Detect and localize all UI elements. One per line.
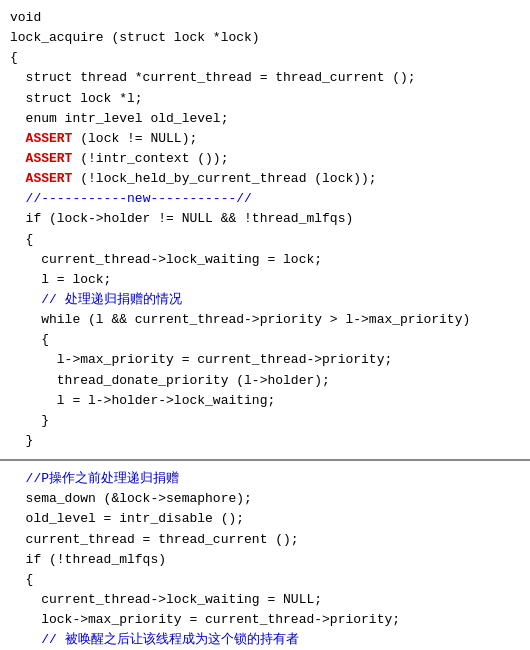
code-text: (lock != NULL); [72, 131, 197, 146]
code-line: lock->max_priority = current_thread->pri… [10, 610, 520, 630]
code-text: old_level = intr_disable (); [10, 511, 244, 526]
code-text: void [10, 10, 41, 25]
code-text: (!lock_held_by_current_thread (lock)); [72, 171, 376, 186]
code-line: old_level = intr_disable (); [10, 509, 520, 529]
code-text: current_thread->lock_waiting = lock; [10, 252, 322, 267]
code-line: { [10, 570, 520, 590]
code-line: enum intr_level old_level; [10, 109, 520, 129]
code-text: enum intr_level old_level; [10, 111, 228, 126]
code-text [10, 131, 26, 146]
code-line: thread_donate_priority (l->holder); [10, 371, 520, 391]
code-block-1: voidlock_acquire (struct lock *lock){ st… [0, 0, 530, 461]
code-line: current_thread->lock_waiting = lock; [10, 250, 520, 270]
code-line: ASSERT (lock != NULL); [10, 129, 520, 149]
code-line: //P操作之前处理递归捐赠 [10, 469, 520, 489]
code-line: sema_down (&lock->semaphore); [10, 489, 520, 509]
keyword-assert: ASSERT [26, 151, 73, 166]
code-text: l = lock; [10, 272, 111, 287]
code-text: struct lock *l; [10, 91, 143, 106]
code-line: } [10, 411, 520, 431]
comment-text [10, 632, 41, 647]
code-text: struct thread *current_thread = thread_c… [10, 70, 416, 85]
code-line: // 被唤醒之后让该线程成为这个锁的持有者 [10, 630, 520, 650]
code-line: while (l && current_thread->priority > l… [10, 310, 520, 330]
code-line: lock_acquire (struct lock *lock) [10, 28, 520, 48]
code-text: (!intr_context ()); [72, 151, 228, 166]
code-line: l = lock; [10, 270, 520, 290]
code-text: l->max_priority = current_thread->priori… [10, 352, 392, 367]
comment-text [10, 191, 26, 206]
code-line: { [10, 330, 520, 350]
code-text: { [10, 332, 49, 347]
code-line: if (lock->holder != NULL && !thread_mlfq… [10, 209, 520, 229]
code-text: } [10, 413, 49, 428]
code-text: } [10, 433, 33, 448]
code-line: if (!thread_mlfqs) [10, 550, 520, 570]
code-text: if (!thread_mlfqs) [10, 552, 166, 567]
code-text: sema_down (&lock->semaphore); [10, 491, 252, 506]
code-text: while (l && current_thread->priority > l… [10, 312, 470, 327]
code-line: { [10, 230, 520, 250]
comment-text [10, 471, 26, 486]
code-line: //-----------new-----------// [10, 189, 520, 209]
code-line: ASSERT (!intr_context ()); [10, 149, 520, 169]
keyword-assert: ASSERT [26, 171, 73, 186]
code-line: current_thread = thread_current (); [10, 530, 520, 550]
code-text: lock->max_priority = current_thread->pri… [10, 612, 400, 627]
code-container: voidlock_acquire (struct lock *lock){ st… [0, 0, 530, 650]
code-text [10, 171, 26, 186]
comment-text: // 被唤醒之后让该线程成为这个锁的持有者 [41, 632, 298, 647]
code-line: // 处理递归捐赠的情况 [10, 290, 520, 310]
code-line: { [10, 48, 520, 68]
code-line: l->max_priority = current_thread->priori… [10, 350, 520, 370]
code-block-2: //P操作之前处理递归捐赠 sema_down (&lock->semaphor… [0, 461, 530, 650]
code-line: struct thread *current_thread = thread_c… [10, 68, 520, 88]
code-text: lock_acquire (struct lock *lock) [10, 30, 260, 45]
code-line: } [10, 431, 520, 451]
code-line: void [10, 8, 520, 28]
code-text: if (lock->holder != NULL && !thread_mlfq… [10, 211, 353, 226]
comment-text: //-----------new-----------// [26, 191, 252, 206]
code-line: current_thread->lock_waiting = NULL; [10, 590, 520, 610]
code-line: ASSERT (!lock_held_by_current_thread (lo… [10, 169, 520, 189]
code-text: { [10, 50, 18, 65]
code-text: l = l->holder->lock_waiting; [10, 393, 275, 408]
code-text: { [10, 572, 33, 587]
comment-text: //P操作之前处理递归捐赠 [26, 471, 179, 486]
comment-text: // 处理递归捐赠的情况 [41, 292, 181, 307]
code-text: { [10, 232, 33, 247]
code-text [10, 151, 26, 166]
code-text: current_thread->lock_waiting = NULL; [10, 592, 322, 607]
code-line: l = l->holder->lock_waiting; [10, 391, 520, 411]
keyword-assert: ASSERT [26, 131, 73, 146]
code-text: current_thread = thread_current (); [10, 532, 299, 547]
comment-text [10, 292, 41, 307]
code-text: thread_donate_priority (l->holder); [10, 373, 330, 388]
code-line: struct lock *l; [10, 89, 520, 109]
